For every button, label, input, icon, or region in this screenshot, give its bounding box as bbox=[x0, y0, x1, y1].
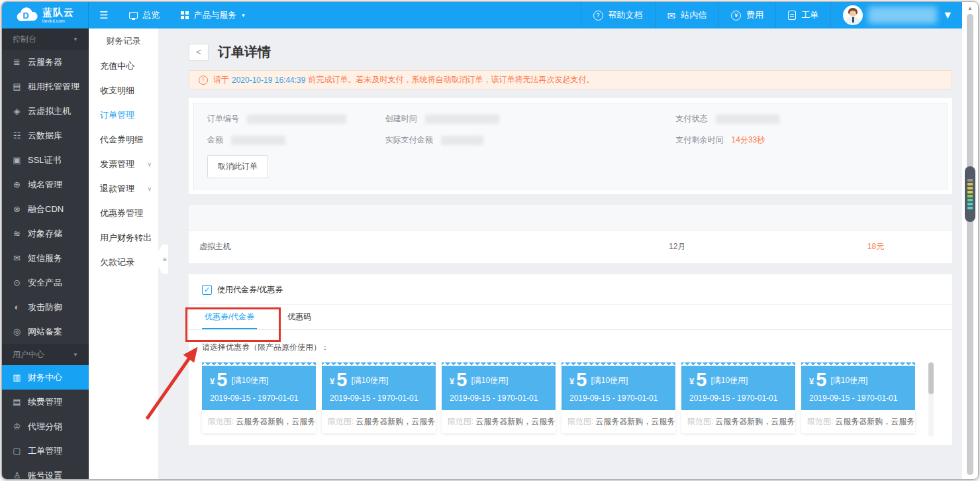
back-button[interactable]: < bbox=[189, 44, 209, 61]
config-cell bbox=[318, 231, 658, 263]
sidebar-item-icon: ⊕ bbox=[11, 180, 23, 189]
page-scrollbar-track[interactable] bbox=[967, 14, 973, 475]
sidebar-item-hosting[interactable]: ▤ 租用托管管理 bbox=[2, 74, 89, 99]
nav-overview[interactable]: 总览 bbox=[119, 2, 170, 28]
order-field-label: 订单编号 bbox=[207, 113, 239, 125]
submenu-finance-transfer[interactable]: 用户财务转出 bbox=[89, 225, 158, 250]
use-voucher-checkbox[interactable]: ✓ 使用代金券/优惠券 bbox=[189, 274, 952, 305]
submenu-item-label: 优惠券管理 bbox=[100, 207, 152, 219]
envelope-icon: ✉ bbox=[667, 11, 676, 21]
fees-button[interactable]: ¥ 费用 bbox=[718, 2, 775, 28]
checkbox-checked-icon[interactable]: ✓ bbox=[202, 285, 212, 295]
sidebar-item-cdn[interactable]: ⊗ 融合CDN bbox=[2, 197, 89, 221]
logo[interactable]: D 蓝队云 landui.com bbox=[2, 2, 89, 28]
field-pay-status: 支付状态 bbox=[676, 113, 934, 125]
sidebar-section-console[interactable]: 控制台 ▼ bbox=[2, 28, 89, 50]
yuan-circle-icon: ¥ bbox=[731, 11, 741, 21]
monitor-icon bbox=[129, 12, 138, 19]
coupon-date-range: 2019-09-15 - 1970-01-01 bbox=[689, 394, 787, 403]
sidebar-item-label: 租用托管管理 bbox=[28, 81, 79, 93]
scope-label: 限范围: bbox=[208, 417, 234, 426]
svg-text:D: D bbox=[23, 11, 28, 21]
currency-symbol: ¥ bbox=[809, 376, 814, 386]
submenu-voucher-details[interactable]: 代金券明细 bbox=[89, 127, 158, 152]
coupon-card-top: ¥ 5 [满10使用] 2019-09-15 - 1970-01-01 bbox=[442, 362, 556, 410]
sidebar-item-label: 短信服务 bbox=[28, 252, 62, 264]
sidebar-item-finance-center[interactable]: ▥ 财务中心 bbox=[2, 365, 89, 390]
sidebar-item-ssl-cert[interactable]: ▣ SSL证书 bbox=[2, 148, 89, 172]
field-amount: 金额 bbox=[207, 134, 385, 146]
collapse-menu-icon: ☰ bbox=[99, 9, 108, 21]
coupon-list-scrollbar-thumb[interactable] bbox=[928, 362, 934, 394]
coupon-card[interactable]: ¥ 5 [满10使用] 2019-09-15 - 1970-01-01 限范围:… bbox=[442, 362, 556, 433]
sidebar-item-icp-filing[interactable]: ◎ 网站备案 bbox=[2, 319, 89, 344]
sidebar-item-label: 云虚拟主机 bbox=[28, 105, 71, 117]
submenu-collapse-handle[interactable]: ≡ bbox=[158, 244, 168, 274]
field-remaining-time: 支付剩余时间 14分33秒 bbox=[676, 134, 934, 146]
sidebar-item-label: 续费管理 bbox=[28, 396, 62, 408]
sidebar-item-cloud-server[interactable]: ≣ 云服务器 bbox=[2, 50, 89, 74]
cancel-order-button[interactable]: 取消此订单 bbox=[207, 155, 268, 178]
submenu-invoice-mgmt[interactable]: 发票管理 ∨ bbox=[89, 152, 158, 176]
tab-coupon-voucher[interactable]: 优惠券/代金券 bbox=[202, 305, 257, 329]
sidebar-item-account[interactable]: ♙ 账号设置 bbox=[2, 463, 89, 480]
sidebar-item-ddos-defense[interactable]: ◐ 攻击防御 bbox=[2, 295, 89, 319]
site-mail-button[interactable]: ✉ 站内信 bbox=[655, 2, 719, 28]
coupon-card[interactable]: ¥ 5 [满10使用] 2019-09-15 - 1970-01-01 限范围:… bbox=[801, 362, 915, 433]
field-actual-amount: 实际支付金额 bbox=[385, 134, 676, 146]
sidebar-item-icon: ♙ bbox=[11, 470, 23, 480]
table-header-cell bbox=[189, 205, 318, 230]
submenu-transactions[interactable]: 收支明细 bbox=[89, 78, 158, 103]
coupon-card[interactable]: ¥ 5 [满10使用] 2019-09-15 - 1970-01-01 限范围:… bbox=[681, 362, 795, 433]
sidebar-item-renewal[interactable]: ▤ 续费管理 bbox=[2, 390, 89, 414]
nav-products[interactable]: 产品与服务 ▼ bbox=[170, 2, 256, 28]
question-circle-icon: ? bbox=[593, 11, 603, 21]
sidebar-item-icon: ⊗ bbox=[11, 204, 23, 214]
work-order-label: 工单 bbox=[801, 9, 818, 21]
submenu-coupon-mgmt[interactable]: 优惠券管理 bbox=[89, 201, 158, 225]
submenu-item-label: 收支明细 bbox=[100, 85, 152, 97]
submenu-arrears[interactable]: 欠款记录 bbox=[89, 250, 158, 274]
coupon-card-scope: 限范围:云服务器新购，云服务器续... bbox=[562, 410, 675, 433]
sidebar-item-icon: ☷ bbox=[11, 131, 23, 140]
table-header-cell bbox=[857, 205, 952, 230]
table-row: 虚拟主机 12月 18元 bbox=[189, 231, 952, 264]
coupon-card[interactable]: ¥ 5 [满10使用] 2019-09-15 - 1970-01-01 限范围:… bbox=[202, 362, 316, 433]
coupon-card[interactable]: ¥ 5 [满10使用] 2019-09-15 - 1970-01-01 限范围:… bbox=[322, 362, 436, 433]
help-docs-button[interactable]: ? 帮助文档 bbox=[581, 2, 655, 28]
submenu-refund-mgmt[interactable]: 退款管理 ∨ bbox=[89, 176, 158, 201]
tab-coupon-code[interactable]: 优惠码 bbox=[285, 305, 314, 329]
product-name-cell: 虚拟主机 bbox=[189, 231, 318, 263]
currency-symbol: ¥ bbox=[330, 376, 334, 386]
collapse-menu-button[interactable]: ☰ bbox=[89, 2, 119, 28]
order-field-label: 支付剩余时间 bbox=[676, 134, 724, 146]
sidebar-item-domain[interactable]: ⊕ 域名管理 bbox=[2, 172, 89, 197]
coupon-card[interactable]: ¥ 5 [满10使用] 2019-09-15 - 1970-01-01 限范围:… bbox=[562, 362, 675, 433]
sidebar-item-label: 融合CDN bbox=[28, 203, 64, 215]
sidebar-item-security[interactable]: ⊙ 安全产品 bbox=[2, 270, 89, 295]
coupon-date-range: 2019-09-15 - 1970-01-01 bbox=[210, 394, 308, 403]
username-redacted bbox=[868, 7, 937, 24]
work-order-button[interactable]: 工单 bbox=[775, 2, 830, 28]
coupon-condition: [满10使用] bbox=[231, 375, 268, 386]
scope-text: 云服务器新购，云服务器续... bbox=[356, 417, 436, 426]
redacted-value bbox=[716, 115, 779, 124]
sidebar-section-user-center[interactable]: 用户中心 ▼ bbox=[2, 344, 89, 365]
submenu-recharge-center[interactable]: 充值中心 bbox=[89, 54, 158, 78]
user-menu[interactable]: ▼ bbox=[830, 2, 962, 28]
sidebar-item-work-order[interactable]: ▢ 工单管理 bbox=[2, 439, 89, 463]
sidebar-item-sms[interactable]: ✉ 短信服务 bbox=[2, 246, 89, 270]
sidebar-item-icon: ◎ bbox=[11, 327, 23, 337]
deadline-datetime: 2020-10-19 16:44:39 bbox=[232, 76, 305, 85]
submenu-order-mgmt[interactable]: 订单管理 bbox=[89, 103, 158, 127]
logo-subtitle: landui.com bbox=[42, 19, 74, 23]
coupon-card-top: ¥ 5 [满10使用] 2019-09-15 - 1970-01-01 bbox=[801, 362, 915, 410]
scroll-up-icon[interactable]: ▲ bbox=[967, 5, 973, 11]
sidebar-item-agent[interactable]: ♔ 代理分销 bbox=[2, 414, 89, 439]
order-field-label: 金额 bbox=[207, 134, 223, 146]
sidebar-item-cloud-database[interactable]: ☷ 云数据库 bbox=[2, 123, 89, 148]
order-field-label: 创建时间 bbox=[385, 113, 417, 125]
sidebar-item-object-storage[interactable]: ≋ 对象存储 bbox=[2, 221, 89, 246]
sidebar-item-label: SSL证书 bbox=[28, 154, 62, 166]
sidebar-item-virtual-host[interactable]: ◈ 云虚拟主机 bbox=[2, 99, 89, 123]
